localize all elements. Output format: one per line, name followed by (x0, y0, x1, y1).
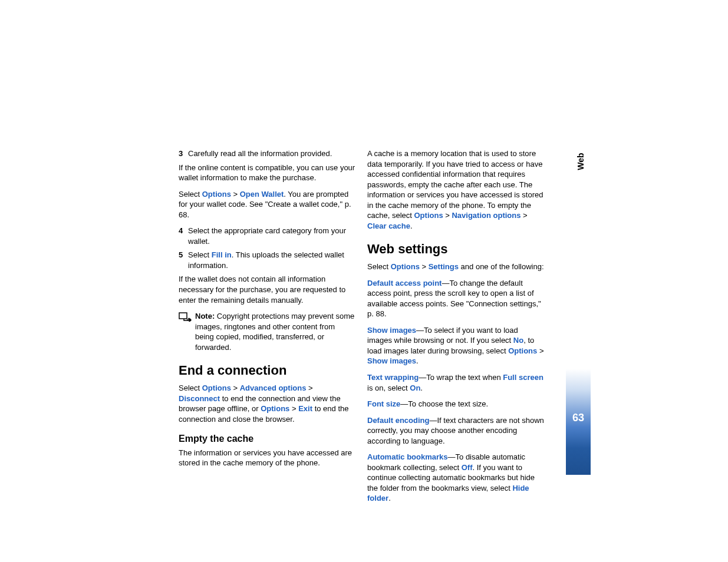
setting-show-images: Show images—To select if you want to loa… (367, 325, 544, 366)
right-column: A cache is a memory location that is use… (367, 148, 544, 510)
on-option: On (410, 384, 420, 392)
open-wallet-paragraph: Select Options > Open Wallet. You are pr… (179, 189, 355, 220)
step-4: 4 Select the appropriate card category f… (179, 226, 355, 246)
step-3: 3 Carefully read all the information pro… (179, 148, 355, 159)
step-number: 4 (179, 226, 188, 246)
off-option: Off (462, 463, 473, 472)
settings-link: Settings (429, 262, 459, 271)
full-screen-option: Full screen (503, 373, 543, 382)
setting-font-size: Font size—To choose the text size. (367, 399, 544, 409)
page-number: 63 (566, 412, 591, 424)
page-content: 3 Carefully read all the information pro… (179, 148, 568, 510)
open-wallet-link: Open Wallet (240, 190, 284, 199)
cache-paragraph-2: A cache is a memory location that is use… (367, 148, 544, 231)
step-3-sub: If the online content is compatible, you… (179, 163, 355, 183)
note-icon (179, 312, 195, 325)
no-option: No (513, 336, 523, 345)
step-text: Carefully read all the information provi… (188, 148, 355, 159)
note-block: Note: Copyright protections may prevent … (179, 311, 355, 352)
step-number: 5 (179, 250, 188, 270)
options-link: Options (261, 404, 289, 413)
navigation-options-link: Navigation options (452, 211, 521, 220)
default-encoding-label: Default encoding (367, 416, 429, 425)
options-link: Options (391, 262, 420, 271)
settings-intro: Select Options > Settings and one of the… (367, 262, 544, 272)
heading-web-settings: Web settings (367, 240, 544, 258)
step-number: 3 (179, 148, 188, 159)
setting-default-access-point: Default access point—To change the defau… (367, 278, 544, 319)
show-images-link: Show images (367, 356, 416, 365)
options-link: Options (414, 211, 443, 220)
options-link: Options (508, 346, 537, 355)
automatic-bookmarks-label: Automatic bookmarks (367, 452, 448, 461)
svg-rect-0 (179, 313, 187, 319)
side-chapter-label: Web (576, 153, 585, 170)
show-images-label: Show images (367, 326, 416, 335)
step-5: 5 Select Fill in. This uploads the selec… (179, 250, 355, 270)
advanced-options-link: Advanced options (240, 384, 307, 392)
cache-paragraph-1: The information or services you have acc… (179, 448, 355, 468)
default-access-point-label: Default access point (367, 279, 442, 287)
setting-text-wrapping: Text wrapping—To wrap the text when Full… (367, 372, 544, 393)
fill-in-link: Fill in (212, 250, 232, 259)
left-column: 3 Carefully read all the information pro… (179, 148, 355, 510)
font-size-label: Font size (367, 399, 400, 408)
options-link: Options (202, 190, 231, 199)
clear-cache-link: Clear cache (367, 222, 410, 230)
disconnect-link: Disconnect (179, 394, 220, 403)
setting-default-encoding: Default encoding—If text characters are … (367, 415, 544, 447)
end-connection-paragraph: Select Options > Advanced options > Disc… (179, 383, 355, 424)
setting-automatic-bookmarks: Automatic bookmarks—To disable automatic… (367, 452, 544, 504)
text-wrapping-label: Text wrapping (367, 373, 419, 382)
options-link: Options (202, 384, 231, 392)
exit-link: Exit (298, 404, 312, 413)
side-tab: Web 63 (566, 98, 591, 475)
step-text: Select the appropriate card category fro… (188, 226, 355, 246)
note-text: Note: Copyright protections may prevent … (195, 311, 355, 352)
step-text: Select Fill in. This uploads the selecte… (188, 250, 355, 270)
heading-end-connection: End a connection (179, 362, 355, 379)
heading-empty-cache: Empty the cache (179, 432, 355, 445)
step-5-sub: If the wallet does not contain all infor… (179, 274, 355, 305)
